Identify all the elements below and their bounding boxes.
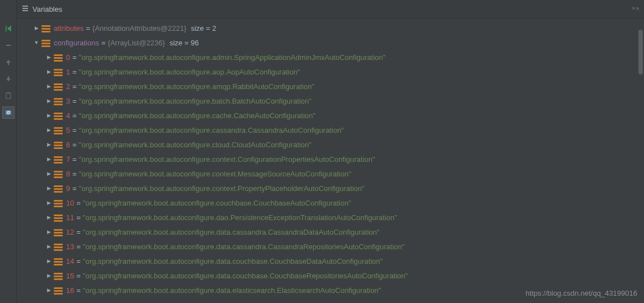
string-value: "org.springframework.boot.autoconfigure.… <box>83 243 404 251</box>
equals-sign: = <box>72 141 77 149</box>
object-icon <box>54 287 63 293</box>
equals-sign: = <box>76 213 81 222</box>
chevron-right-icon[interactable]: ▶ <box>45 213 53 221</box>
chevron-right-icon[interactable]: ▶ <box>45 228 53 236</box>
equals-sign: = <box>76 257 81 265</box>
clipboard-icon[interactable] <box>2 90 15 102</box>
object-icon <box>54 97 63 104</box>
field-name: attributes <box>54 24 83 32</box>
panel-title: Variables <box>32 5 632 13</box>
list-item[interactable]: ▶5 = "org.springframework.boot.autoconfi… <box>17 123 644 137</box>
chevron-right-icon[interactable]: ▶ <box>45 170 53 178</box>
list-item[interactable]: ▶11 = "org.springframework.boot.autoconf… <box>17 210 644 225</box>
chevron-right-icon[interactable]: ▶ <box>45 111 53 119</box>
object-icon <box>54 141 63 148</box>
list-item[interactable]: ▶4 = "org.springframework.boot.autoconfi… <box>17 108 644 123</box>
resume-icon[interactable] <box>2 22 15 35</box>
object-icon <box>54 199 63 206</box>
index-label: 5 <box>66 126 70 134</box>
object-icon <box>54 243 63 250</box>
svg-rect-0 <box>6 45 11 46</box>
index-label: 11 <box>66 213 74 222</box>
chevron-right-icon[interactable]: ▶ <box>45 257 53 265</box>
list-item[interactable]: ▶6 = "org.springframework.boot.autoconfi… <box>17 137 644 152</box>
index-label: 13 <box>66 243 74 251</box>
list-item[interactable]: ▶8 = "org.springframework.boot.autoconfi… <box>17 166 644 181</box>
object-icon <box>54 112 63 119</box>
up-arrow-icon[interactable] <box>2 56 15 68</box>
index-label: 15 <box>66 272 74 280</box>
chevron-right-icon[interactable]: ▶ <box>45 82 53 90</box>
list-item[interactable]: ▶13 = "org.springframework.boot.autoconf… <box>17 239 644 254</box>
list-item[interactable]: ▶9 = "org.springframework.boot.autoconfi… <box>17 181 644 195</box>
equals-sign: = <box>76 243 81 251</box>
string-value: "org.springframework.boot.autoconfigure.… <box>83 199 351 207</box>
string-value: "org.springframework.boot.autoconfigure.… <box>79 170 351 178</box>
index-label: 6 <box>66 141 70 149</box>
list-item[interactable]: ▶10 = "org.springframework.boot.autoconf… <box>17 195 644 210</box>
scrollbar-thumb[interactable] <box>638 30 643 74</box>
chevron-right-icon[interactable]: ▶ <box>45 53 53 61</box>
list-item[interactable]: ▶3 = "org.springframework.boot.autoconfi… <box>17 94 644 108</box>
string-value: "org.springframework.boot.autoconfigure.… <box>79 82 314 91</box>
list-item[interactable]: ▶7 = "org.springframework.boot.autoconfi… <box>17 152 644 166</box>
chevron-right-icon[interactable]: ▶ <box>45 155 53 163</box>
chevron-down-icon[interactable]: ▼ <box>32 39 40 46</box>
chevron-right-icon[interactable]: ▶ <box>45 126 53 134</box>
svg-rect-2 <box>7 92 10 94</box>
chevron-right-icon[interactable]: ▶ <box>45 286 53 294</box>
string-value: "org.springframework.boot.autoconfigure.… <box>79 126 344 134</box>
string-value: "org.springframework.boot.autoconfigure.… <box>83 272 408 280</box>
equals-sign: = <box>72 111 77 120</box>
expand-icon[interactable] <box>632 4 640 14</box>
object-icon <box>54 170 63 177</box>
string-value: "org.springframework.boot.autoconfigure.… <box>79 141 311 149</box>
equals-sign: = <box>72 184 77 193</box>
list-item[interactable]: ▶0 = "org.springframework.boot.autoconfi… <box>17 50 644 64</box>
object-icon <box>54 127 63 133</box>
watches-icon[interactable]: @ <box>2 106 15 119</box>
list-item[interactable]: ▶12 = "org.springframework.boot.autoconf… <box>17 225 644 239</box>
size-label: size = 96 <box>170 39 199 47</box>
list-item[interactable]: ▶14 = "org.springframework.boot.autoconf… <box>17 254 644 268</box>
tree-scroll: ▶ attributes = {AnnotationAttributes@222… <box>17 18 644 303</box>
index-label: 16 <box>66 286 74 295</box>
minus-icon[interactable] <box>2 39 15 52</box>
index-label: 1 <box>66 68 70 76</box>
down-arrow-icon[interactable] <box>2 73 15 85</box>
equals-sign: = <box>72 53 77 62</box>
chevron-right-icon[interactable]: ▶ <box>32 24 40 32</box>
list-item[interactable]: ▶2 = "org.springframework.boot.autoconfi… <box>17 79 644 94</box>
object-icon <box>41 25 50 31</box>
hamburger-icon[interactable] <box>21 4 29 14</box>
title-bar: Variables <box>17 0 644 18</box>
variable-tree: ▶ attributes = {AnnotationAttributes@222… <box>17 18 644 300</box>
index-label: 2 <box>66 82 70 91</box>
chevron-right-icon[interactable]: ▶ <box>45 97 53 105</box>
index-label: 10 <box>66 199 74 207</box>
chevron-right-icon[interactable]: ▶ <box>45 243 53 250</box>
string-value: "org.springframework.boot.autoconfigure.… <box>79 68 300 76</box>
attributes-row[interactable]: ▶ attributes = {AnnotationAttributes@222… <box>17 21 644 35</box>
equals-sign: = <box>76 272 81 280</box>
object-icon <box>41 39 50 46</box>
equals-sign: = <box>101 39 106 47</box>
chevron-right-icon[interactable]: ▶ <box>45 272 53 279</box>
main-area: Variables ▶ attributes = {AnnotationAttr… <box>17 0 644 303</box>
index-label: 9 <box>66 184 70 193</box>
svg-text:@: @ <box>6 110 10 114</box>
equals-sign: = <box>72 97 77 105</box>
object-icon <box>54 229 63 235</box>
equals-sign: = <box>72 170 77 178</box>
chevron-right-icon[interactable]: ▶ <box>45 68 53 76</box>
chevron-right-icon[interactable]: ▶ <box>45 184 53 192</box>
equals-sign: = <box>72 126 77 134</box>
chevron-right-icon[interactable]: ▶ <box>45 141 53 148</box>
index-label: 8 <box>66 170 70 178</box>
chevron-right-icon[interactable]: ▶ <box>45 199 53 207</box>
list-item[interactable]: ▶15 = "org.springframework.boot.autoconf… <box>17 268 644 283</box>
configurations-row[interactable]: ▼ configurations = {ArrayList@2236} size… <box>17 35 644 50</box>
string-value: "org.springframework.boot.autoconfigure.… <box>83 257 382 265</box>
list-item[interactable]: ▶1 = "org.springframework.boot.autoconfi… <box>17 64 644 79</box>
size-label: size = 2 <box>191 24 216 32</box>
